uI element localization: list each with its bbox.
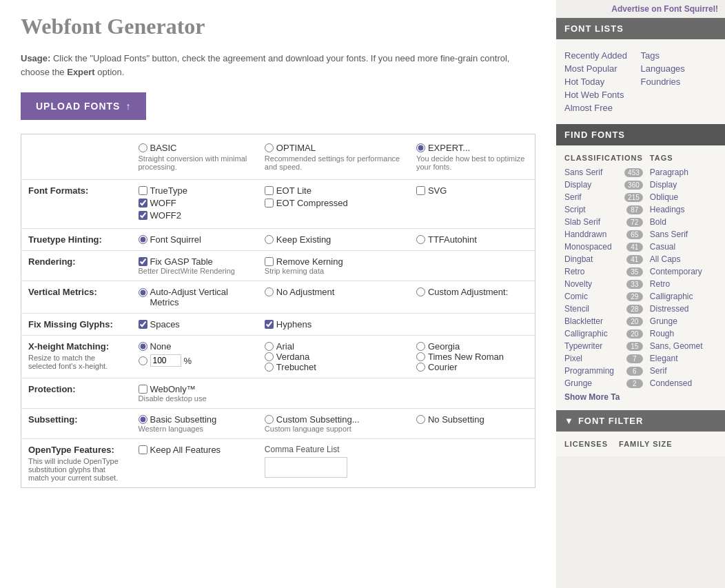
licenses-label: LICENSES — [564, 437, 608, 451]
mode-optimal[interactable]: OPTIMAL — [265, 143, 402, 153]
subsetting-row: Subsetting: Basic Subsetting Western lan… — [21, 409, 535, 439]
xheight-arial-radio[interactable]: Arial — [265, 341, 402, 352]
list-item: Display — [650, 179, 717, 191]
advertise-link[interactable]: Advertise on Font Squirrel! — [611, 4, 718, 14]
show-more-tags-link[interactable]: Show More Ta — [564, 389, 717, 405]
spaces-checkbox[interactable]: Spaces — [139, 319, 251, 330]
list-item: Elegant — [650, 352, 717, 365]
list-item: Headings — [650, 203, 717, 216]
custom-adjustment-radio[interactable]: Custom Adjustment: — [416, 287, 528, 297]
foundries-link[interactable]: Foundries — [641, 75, 717, 88]
remove-kerning-checkbox[interactable]: Remove Kerning — [265, 256, 402, 267]
list-item: Comic29 — [564, 290, 643, 303]
list-item: Rough — [650, 327, 717, 340]
languages-link[interactable]: Languages — [641, 62, 717, 75]
triangle-icon: ▼ — [564, 416, 574, 426]
list-item: Slab Serif72 — [564, 216, 643, 228]
xheight-courier-radio[interactable]: Courier — [416, 362, 528, 372]
upload-fonts-button[interactable]: UPLOAD FONTS ↑ — [21, 92, 146, 120]
webonly-desc: Disable desktop use — [139, 394, 251, 403]
list-item: Calligraphic — [650, 290, 717, 303]
comma-feature-label: Comma Feature List — [265, 445, 402, 454]
list-item: Retro35 — [564, 265, 643, 278]
xheight-row: X-height Matching: Resize to match the s… — [21, 336, 535, 378]
list-item: Distressed — [650, 303, 717, 315]
font-formats-row: Font Formats: TrueType WOFF WOFF2 EOT Li… — [21, 180, 535, 229]
almost-free-link[interactable]: Almost Free — [564, 101, 641, 114]
mode-row: BASIC Straight conversion with minimal p… — [21, 134, 535, 180]
hyphens-checkbox[interactable]: Hyphens — [265, 319, 402, 330]
list-item: Retro — [650, 278, 717, 290]
xheight-verdana-radio[interactable]: Verdana — [265, 352, 402, 362]
list-item: Typewriter15 — [564, 340, 643, 352]
list-item: Sans Serif — [650, 228, 717, 241]
eot-compressed-checkbox[interactable]: EOT Compressed — [265, 198, 402, 208]
hot-today-link[interactable]: Hot Today — [564, 75, 641, 88]
list-item: Oblique — [650, 191, 717, 203]
mode-expert[interactable]: EXPERT... — [416, 143, 528, 153]
keep-all-features-checkbox[interactable]: Keep All Features — [139, 445, 251, 455]
svg-checkbox[interactable]: SVG — [416, 185, 528, 196]
mode-basic-desc: Straight conversion with minimal process… — [139, 154, 251, 171]
subsetting-label: Subsetting: — [21, 409, 132, 439]
basic-subsetting-radio[interactable]: Basic Subsetting — [139, 414, 251, 425]
hinting-ttfautohint[interactable]: TTFAutohint — [416, 234, 528, 245]
list-item: Contemporary — [650, 265, 717, 278]
auto-adjust-radio[interactable]: Auto-Adjust Vertical Metrics — [139, 287, 251, 307]
sidebar: Advertise on Font Squirrel! FONT LISTS R… — [556, 0, 725, 588]
hot-web-fonts-link[interactable]: Hot Web Fonts — [564, 88, 641, 101]
list-item: Monospaced41 — [564, 241, 643, 253]
usage-text: Usage: Click the "Upload Fonts" button, … — [21, 52, 535, 79]
woff2-checkbox[interactable]: WOFF2 — [139, 210, 251, 221]
no-adjustment-radio[interactable]: No Adjustment — [265, 287, 402, 297]
basic-subsetting-desc: Western languages — [139, 425, 251, 433]
xheight-custom-radio[interactable] — [139, 356, 147, 365]
list-item: Programming6 — [564, 365, 643, 377]
xheight-none-radio[interactable]: None — [139, 341, 251, 352]
main-content: Webfont Generator Usage: Click the "Uplo… — [0, 0, 556, 588]
tags-link[interactable]: Tags — [641, 49, 717, 62]
list-item: Serif — [650, 365, 717, 377]
xheight-number-input[interactable] — [150, 354, 181, 367]
hinting-keep[interactable]: Keep Existing — [265, 234, 402, 245]
list-item: Grunge2 — [564, 377, 643, 389]
list-item: Dingbat41 — [564, 253, 643, 265]
hinting-row: Truetype Hinting: Font Squirrel Keep Exi… — [21, 229, 535, 251]
font-lists-section: FONT LISTS Recently Added Most Popular H… — [556, 18, 725, 124]
xheight-georgia-radio[interactable]: Georgia — [416, 341, 528, 352]
protection-label: Protection: — [21, 378, 132, 409]
hinting-fontsquirrel[interactable]: Font Squirrel — [139, 234, 251, 245]
most-popular-link[interactable]: Most Popular — [564, 62, 641, 75]
webonly-checkbox[interactable]: WebOnly™ — [139, 384, 251, 394]
font-filter-header: ▼ FONT FILTER — [556, 410, 725, 432]
rendering-label: Rendering: — [21, 251, 132, 281]
list-item: Display360 — [564, 179, 643, 191]
tags-header: TAGS — [650, 151, 717, 166]
find-fonts-header: FIND FONTS — [556, 124, 725, 145]
vmetrics-label: Vertical Metrics: — [21, 281, 132, 314]
list-item: Casual — [650, 241, 717, 253]
woff-checkbox[interactable]: WOFF — [139, 198, 251, 208]
no-subsetting-radio[interactable]: No Subsetting — [416, 414, 528, 425]
tags-col: TAGS Paragraph Display Oblique Headings … — [650, 151, 717, 389]
font-lists-header: FONT LISTS — [556, 18, 725, 39]
mode-expert-desc: You decide how best to optimize your fon… — [416, 154, 528, 171]
mode-basic[interactable]: BASIC — [139, 143, 251, 153]
eot-lite-checkbox[interactable]: EOT Lite — [265, 185, 402, 196]
remove-kerning-desc: Strip kerning data — [265, 267, 402, 275]
mode-expert-label: EXPERT... — [428, 143, 470, 153]
xheight-trebuchet-radio[interactable]: Trebuchet — [265, 362, 402, 372]
truetype-checkbox[interactable]: TrueType — [139, 185, 251, 196]
fix-gasp-checkbox[interactable]: Fix GASP Table — [139, 256, 251, 267]
list-item: Paragraph — [650, 166, 717, 179]
hinting-label: Truetype Hinting: — [21, 229, 132, 251]
recently-added-link[interactable]: Recently Added — [564, 49, 641, 62]
xheight-times-radio[interactable]: Times New Roman — [416, 352, 528, 362]
xheight-label: X-height Matching: Resize to match the s… — [21, 336, 132, 378]
fix-missing-row: Fix Missing Glyphs: Spaces Hyphens — [21, 314, 535, 336]
list-item: Stencil28 — [564, 303, 643, 315]
custom-subsetting-radio[interactable]: Custom Subsetting... — [265, 414, 402, 425]
comma-feature-input[interactable] — [265, 457, 347, 478]
rendering-row: Rendering: Fix GASP Table Better DirectW… — [21, 251, 535, 281]
list-item: Sans Serif453 — [564, 166, 643, 179]
